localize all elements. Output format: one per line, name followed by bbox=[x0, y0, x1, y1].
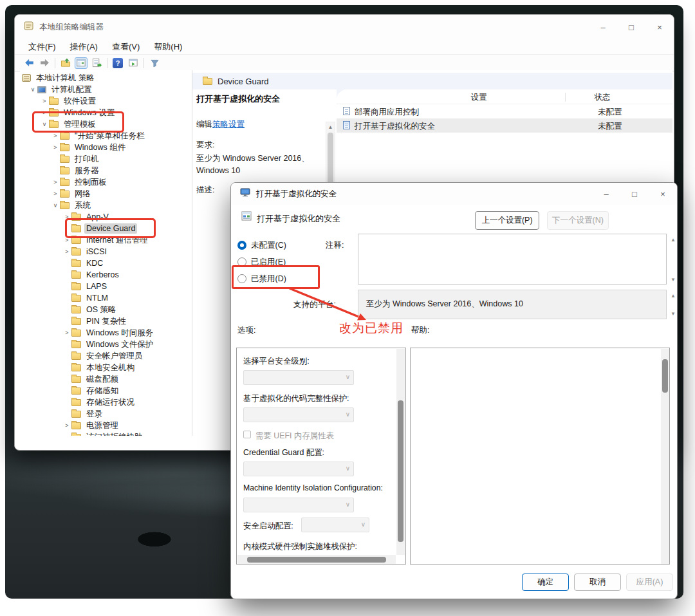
tree-item-label: iSCSI bbox=[84, 247, 109, 257]
column-header-setting[interactable]: 设置 bbox=[433, 92, 524, 103]
help-label: 帮助: bbox=[411, 325, 429, 336]
tree-item-label: 磁盘配额 bbox=[84, 373, 120, 386]
tree-item[interactable]: 本地计算机 策略 bbox=[20, 72, 192, 84]
tree-item[interactable]: > Windows 时间服务 bbox=[20, 327, 192, 339]
cancel-button[interactable]: 取消 bbox=[574, 574, 621, 591]
tree-expander-icon[interactable]: > bbox=[51, 191, 60, 197]
uefi-memory-checkbox[interactable] bbox=[243, 431, 251, 438]
scrollbar-thumb[interactable] bbox=[662, 359, 668, 393]
tree-expander-icon[interactable]: > bbox=[40, 98, 49, 104]
tree-item[interactable]: > 控制面板 bbox=[20, 176, 192, 188]
back-icon[interactable] bbox=[23, 57, 35, 69]
settings-row[interactable]: 部署商用应用控制 未配置 bbox=[337, 104, 672, 118]
tree-item[interactable]: ∨ 系统 bbox=[20, 200, 192, 211]
radio-not-configured[interactable]: 未配置(C) bbox=[237, 239, 286, 251]
tree-item[interactable]: Windows 文件保护 bbox=[20, 339, 192, 350]
tree-item[interactable]: 存储感知 bbox=[20, 385, 192, 397]
tree-item[interactable]: 服务器 bbox=[20, 165, 192, 176]
tree-expander-icon[interactable]: > bbox=[51, 145, 60, 151]
scroll-up-icon[interactable]: ▲ bbox=[669, 293, 677, 299]
tree-expander-icon[interactable]: ∨ bbox=[28, 87, 37, 93]
tree-item[interactable]: Kerberos bbox=[20, 269, 192, 281]
machine-identity-select[interactable]: ∨ bbox=[243, 498, 354, 512]
minimize-icon[interactable]: – bbox=[589, 15, 617, 39]
menu-action[interactable]: 操作(A) bbox=[63, 40, 105, 54]
tree-item[interactable]: 存储运行状况 bbox=[20, 397, 192, 408]
tree-item[interactable]: 磁盘配额 bbox=[20, 373, 192, 385]
tree-expander-icon[interactable]: > bbox=[62, 249, 71, 255]
tree-item-label: 本地安全机构 bbox=[84, 362, 136, 374]
filter-icon[interactable] bbox=[148, 57, 161, 69]
setting-state: 未配置 bbox=[598, 121, 622, 132]
tree-item[interactable]: LAPS bbox=[20, 281, 192, 292]
previous-setting-button[interactable]: 上一个设置(P) bbox=[475, 211, 539, 230]
ok-button[interactable]: 确定 bbox=[522, 574, 569, 591]
scroll-up-icon[interactable]: ▲ bbox=[326, 124, 335, 130]
console-tree-panel-icon[interactable] bbox=[75, 57, 88, 69]
tree-item[interactable]: KDC bbox=[20, 257, 192, 269]
scrollbar-thumb[interactable] bbox=[247, 557, 386, 563]
scrollbar-thumb[interactable] bbox=[398, 400, 403, 542]
vbs-code-integrity-select[interactable]: ∨ bbox=[243, 407, 354, 422]
menu-view[interactable]: 查看(V) bbox=[105, 40, 147, 54]
tree-item-label: 软件设置 bbox=[62, 95, 98, 107]
tree-item[interactable]: 登录 bbox=[20, 408, 192, 420]
tree-item-label: 存储感知 bbox=[84, 385, 120, 397]
options-vertical-scrollbar[interactable] bbox=[396, 349, 405, 555]
help-vertical-scrollbar[interactable] bbox=[661, 349, 669, 565]
tree-item[interactable]: 安全帐户管理员 bbox=[20, 350, 192, 362]
tree-item[interactable]: > 网络 bbox=[20, 188, 192, 200]
scroll-down-icon[interactable]: ▼ bbox=[669, 311, 677, 317]
maximize-icon[interactable]: □ bbox=[617, 15, 645, 39]
export-list-icon[interactable] bbox=[90, 57, 103, 69]
column-header-state[interactable]: 状态 bbox=[573, 92, 631, 103]
close-icon[interactable]: × bbox=[649, 183, 677, 205]
tree-expander-icon[interactable]: > bbox=[51, 180, 60, 185]
next-setting-button[interactable]: 下一个设置(N) bbox=[547, 211, 609, 230]
tree-item[interactable]: NTLM bbox=[20, 292, 192, 304]
tree-item[interactable]: > 电源管理 bbox=[20, 420, 192, 431]
extended-view-icon[interactable] bbox=[127, 57, 140, 69]
tree-item[interactable]: ∨ 计算机配置 bbox=[20, 84, 192, 95]
tree-item-label: NTLM bbox=[84, 293, 110, 303]
minimize-icon[interactable]: – bbox=[592, 183, 620, 205]
tree-item[interactable]: 访问被拒绝协助 bbox=[20, 431, 192, 436]
options-horizontal-scrollbar[interactable] bbox=[237, 555, 396, 564]
comment-input[interactable] bbox=[358, 234, 667, 285]
radio-selected-icon[interactable] bbox=[237, 241, 246, 250]
tree-expander-icon[interactable]: > bbox=[51, 133, 60, 139]
tree-item[interactable]: > 软件设置 bbox=[20, 95, 192, 107]
help-panel bbox=[410, 348, 670, 565]
apply-button[interactable]: 应用(A) bbox=[626, 574, 673, 591]
tree-expander-icon[interactable]: ∨ bbox=[51, 203, 60, 209]
maximize-icon[interactable]: □ bbox=[620, 183, 649, 205]
tree-expander-icon[interactable]: > bbox=[62, 423, 71, 429]
tree-item[interactable]: PIN 复杂性 bbox=[20, 315, 192, 327]
tree-item-label: 访问被拒绝协助 bbox=[84, 431, 145, 436]
settings-row[interactable]: 打开基于虚拟化的安全 未配置 bbox=[337, 118, 672, 133]
tree-item[interactable]: 本地安全机构 bbox=[20, 362, 192, 373]
platform-security-level-select[interactable]: ∨ bbox=[243, 370, 354, 385]
scroll-up-icon[interactable]: ▲ bbox=[669, 237, 677, 243]
menu-file[interactable]: 文件(F) bbox=[21, 40, 63, 54]
tree-item[interactable]: 打印机 bbox=[20, 153, 192, 165]
forward-icon[interactable] bbox=[38, 57, 51, 69]
tree-item[interactable]: OS 策略 bbox=[20, 304, 192, 315]
show-console-tree-icon[interactable] bbox=[59, 57, 72, 69]
tree-item-icon bbox=[60, 191, 70, 198]
menu-help[interactable]: 帮助(H) bbox=[147, 40, 189, 54]
help-icon[interactable]: ? bbox=[111, 57, 124, 69]
tree-item-icon bbox=[71, 283, 81, 290]
edit-policy-link[interactable]: 策略设置 bbox=[212, 120, 245, 129]
edit-prefix: 编辑 bbox=[196, 120, 212, 129]
credential-guard-select[interactable]: ∨ bbox=[243, 462, 354, 476]
scroll-down-icon[interactable]: ▼ bbox=[669, 277, 677, 283]
tree-item[interactable]: > iSCSI bbox=[20, 246, 192, 257]
tree-item-label: 系统 bbox=[73, 200, 93, 212]
tree-item[interactable]: > Windows 组件 bbox=[20, 142, 192, 153]
secure-launch-select[interactable]: ∨ bbox=[301, 518, 369, 532]
tree-expander-icon[interactable]: > bbox=[62, 330, 71, 336]
tree-item-label: Windows 文件保护 bbox=[84, 339, 155, 351]
close-icon[interactable]: × bbox=[645, 15, 674, 39]
requirements-text: 至少为 Windows Server 2016、Windows 10 bbox=[196, 153, 324, 177]
